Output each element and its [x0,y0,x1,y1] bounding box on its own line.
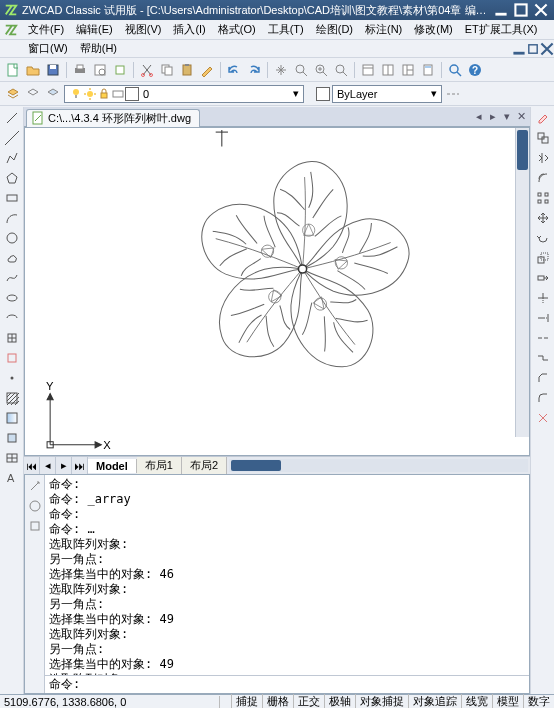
doc-tab[interactable]: C:\...\4.3.4 环形阵列树叶.dwg [26,109,200,127]
tab-next[interactable]: ▸ [56,457,72,474]
cmd-tool-3[interactable] [26,517,44,535]
explode-tool[interactable] [534,409,552,427]
find-button[interactable] [446,61,464,79]
tab-close[interactable]: ✕ [514,110,528,124]
color-bylayer-combo[interactable]: ByLayer ▾ [332,85,442,103]
digit-toggle[interactable]: 数字 [523,694,554,708]
menu-help[interactable]: 帮助(H) [74,40,123,57]
publish-button[interactable] [111,61,129,79]
zoom-realtime-button[interactable] [292,61,310,79]
ellipse-tool[interactable] [3,289,21,307]
new-button[interactable] [4,61,22,79]
command-history[interactable]: 命令: 命令: _array 命令: 命令: … 选取阵列对象: 另一角点: 选… [45,475,529,675]
stretch-tool[interactable] [534,269,552,287]
revcloud-tool[interactable] [3,249,21,267]
insert-block-tool[interactable] [3,329,21,347]
maximize-button[interactable] [512,2,530,18]
ortho-toggle[interactable]: 正交 [293,694,324,708]
minimize-button[interactable] [492,2,510,18]
print-button[interactable] [71,61,89,79]
help-button[interactable]: ? [466,61,484,79]
layout1-tab[interactable]: 布局1 [137,457,182,474]
zoom-prev-button[interactable] [332,61,350,79]
pan-button[interactable] [272,61,290,79]
menu-tools[interactable]: 工具(T) [262,20,310,39]
copy-button[interactable] [158,61,176,79]
circle-tool[interactable] [3,229,21,247]
menu-edit[interactable]: 编辑(E) [70,20,119,39]
doc-close-button[interactable] [540,42,554,56]
tab-first[interactable]: ⏮ [24,457,40,474]
copy-tool[interactable] [534,129,552,147]
cmd-tool-2[interactable] [26,497,44,515]
line-tool[interactable] [3,109,21,127]
cut-button[interactable] [138,61,156,79]
xline-tool[interactable] [3,129,21,147]
design-center-button[interactable] [379,61,397,79]
chamfer-tool[interactable] [534,369,552,387]
doc-restore-button[interactable] [526,42,540,56]
menu-modify[interactable]: 修改(M) [408,20,459,39]
pline-tool[interactable] [3,149,21,167]
region-tool[interactable] [3,429,21,447]
redo-button[interactable] [245,61,263,79]
menu-dimension[interactable]: 标注(N) [359,20,408,39]
tab-scroll-right[interactable]: ▸ [486,110,500,124]
lwt-toggle[interactable]: 线宽 [461,694,492,708]
menu-format[interactable]: 格式(O) [212,20,262,39]
tab-prev[interactable]: ◂ [40,457,56,474]
arc-tool[interactable] [3,209,21,227]
layer-states-button[interactable] [44,85,62,103]
calc-button[interactable] [419,61,437,79]
erase-tool[interactable] [534,109,552,127]
hatch-tool[interactable] [3,389,21,407]
break-tool[interactable] [534,329,552,347]
table-tool[interactable] [3,449,21,467]
rectangle-tool[interactable] [3,189,21,207]
menu-insert[interactable]: 插入(I) [167,20,211,39]
point-tool[interactable] [3,369,21,387]
paste-button[interactable] [178,61,196,79]
osnap-toggle[interactable]: 对象捕捉 [355,694,408,708]
fillet-tool[interactable] [534,389,552,407]
scale-tool[interactable] [534,249,552,267]
tab-scroll-left[interactable]: ◂ [472,110,486,124]
linetype-button[interactable] [444,85,462,103]
mirror-tool[interactable] [534,149,552,167]
array-tool[interactable] [534,189,552,207]
layout2-tab[interactable]: 布局2 [182,457,227,474]
extend-tool[interactable] [534,309,552,327]
gradient-tool[interactable] [3,409,21,427]
horizontal-scrollbar[interactable] [229,459,528,472]
grid-toggle[interactable]: 栅格 [262,694,293,708]
cmd-tool-1[interactable] [26,477,44,495]
menu-draw[interactable]: 绘图(D) [310,20,359,39]
ellipse-arc-tool[interactable] [3,309,21,327]
polygon-tool[interactable] [3,169,21,187]
spline-tool[interactable] [3,269,21,287]
command-input[interactable] [80,678,525,692]
open-button[interactable] [24,61,42,79]
trim-tool[interactable] [534,289,552,307]
layer-prev-button[interactable] [24,85,42,103]
layer-combo[interactable]: 0 ▾ [64,85,304,103]
match-prop-button[interactable] [198,61,216,79]
vertical-scrollbar[interactable] [515,128,529,437]
drawing-canvas[interactable]: X Y [24,127,530,456]
rotate-tool[interactable] [534,229,552,247]
tab-last[interactable]: ⏭ [72,457,88,474]
move-tool[interactable] [534,209,552,227]
menu-et[interactable]: ET扩展工具(X) [459,20,544,39]
menu-window[interactable]: 窗口(W) [22,40,74,57]
menu-file[interactable]: 文件(F) [22,20,70,39]
layer-manager-button[interactable] [4,85,22,103]
print-preview-button[interactable] [91,61,109,79]
tab-list-dropdown[interactable]: ▾ [500,110,514,124]
join-tool[interactable] [534,349,552,367]
make-block-tool[interactable] [3,349,21,367]
otrack-toggle[interactable]: 对象追踪 [408,694,461,708]
snap-toggle[interactable]: 捕捉 [231,694,262,708]
undo-button[interactable] [225,61,243,79]
properties-button[interactable] [359,61,377,79]
model-toggle[interactable]: 模型 [492,694,523,708]
